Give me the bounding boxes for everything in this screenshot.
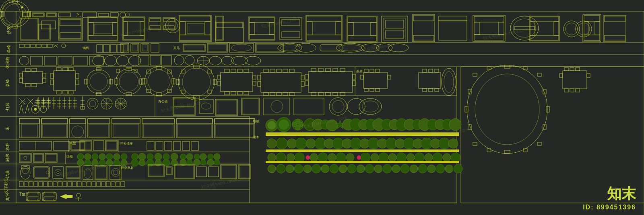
brand-name: 知末 xyxy=(583,184,636,204)
svg-point-541 xyxy=(418,164,427,173)
sub-label-appliances: 电器 xyxy=(70,142,76,145)
svg-point-595 xyxy=(155,160,161,166)
svg-point-603 xyxy=(214,154,220,160)
svg-point-587 xyxy=(138,153,146,160)
svg-point-584 xyxy=(114,160,120,166)
svg-text:衣柜: 衣柜 xyxy=(5,143,10,151)
svg-point-454 xyxy=(292,122,297,127)
svg-point-519 xyxy=(425,154,433,162)
svg-point-572 xyxy=(77,154,84,160)
sub-label-office-desk: 办公桌 xyxy=(158,100,168,103)
svg-point-515 xyxy=(388,154,396,162)
svg-point-580 xyxy=(85,160,91,166)
svg-point-579 xyxy=(77,160,84,166)
svg-point-524 xyxy=(268,165,276,173)
svg-point-542 xyxy=(427,165,436,173)
svg-text:单椅: 单椅 xyxy=(6,45,11,53)
label-tte: Tte xyxy=(19,192,25,197)
svg-point-483 xyxy=(306,139,316,148)
svg-point-450 xyxy=(279,120,289,129)
svg-point-480 xyxy=(276,138,287,149)
svg-point-605 xyxy=(187,160,192,165)
svg-point-505 xyxy=(306,156,310,160)
svg-point-598 xyxy=(180,154,186,160)
svg-point-608 xyxy=(207,159,214,166)
svg-rect-500 xyxy=(266,149,459,152)
svg-point-592 xyxy=(131,159,138,166)
svg-point-506 xyxy=(310,154,318,162)
svg-point-578 xyxy=(121,154,127,160)
svg-point-573 xyxy=(85,154,91,160)
svg-point-585 xyxy=(121,160,127,166)
svg-rect-678 xyxy=(66,195,72,198)
svg-text:文字标注: 文字标注 xyxy=(4,178,8,194)
svg-point-530 xyxy=(321,165,329,173)
svg-text:休闲椅: 休闲椅 xyxy=(5,57,10,69)
svg-point-531 xyxy=(330,164,339,173)
svg-point-535 xyxy=(365,164,374,173)
svg-point-575 xyxy=(99,154,105,160)
svg-rect-523 xyxy=(266,161,459,163)
sub-label-gym: 健身器材 xyxy=(121,166,134,170)
svg-point-448 xyxy=(268,121,276,129)
svg-point-583 xyxy=(106,160,113,166)
svg-point-540 xyxy=(410,165,418,173)
svg-point-602 xyxy=(208,154,213,160)
svg-point-525 xyxy=(277,164,285,173)
svg-point-533 xyxy=(347,164,356,173)
svg-point-481 xyxy=(287,139,297,148)
sub-label-switches: 开关插座 xyxy=(120,142,133,145)
svg-point-538 xyxy=(392,165,400,173)
svg-point-513 xyxy=(371,154,379,162)
sub-label-plants: 植被 xyxy=(253,119,259,123)
sub-label-green-plants: 绿植 xyxy=(66,155,73,158)
brand-id: ID: 899451396 xyxy=(583,204,636,211)
cad-drawing: .cad { stroke: #c8d840; stroke-width: 0.… xyxy=(0,0,644,215)
svg-point-479 xyxy=(267,139,277,148)
svg-point-521 xyxy=(443,154,451,162)
svg-point-577 xyxy=(114,154,120,160)
svg-point-536 xyxy=(374,165,382,173)
svg-point-545 xyxy=(454,164,462,173)
svg-point-482 xyxy=(295,138,307,149)
sub-label-steel-chair: 钢椅 xyxy=(82,46,89,50)
svg-point-508 xyxy=(328,154,336,162)
svg-point-537 xyxy=(383,164,392,173)
svg-text:洁具: 洁具 xyxy=(5,170,10,178)
svg-point-534 xyxy=(357,165,365,173)
svg-point-544 xyxy=(445,165,453,173)
svg-text:其它: 其它 xyxy=(5,193,10,201)
svg-point-599 xyxy=(186,154,193,160)
svg-text:厨房: 厨房 xyxy=(5,154,10,162)
svg-point-527 xyxy=(294,164,303,173)
sub-label-shrubs: 灌木 xyxy=(253,135,259,139)
main-container: 知末网www.zimo.com 知末网www.zimo.com 知末网www.z… xyxy=(0,0,644,215)
svg-point-528 xyxy=(303,165,312,173)
svg-text:桌椅: 桌椅 xyxy=(5,79,10,87)
svg-point-529 xyxy=(312,164,321,173)
svg-point-589 xyxy=(155,153,162,160)
svg-point-591 xyxy=(171,153,178,160)
svg-point-600 xyxy=(194,154,200,160)
svg-point-594 xyxy=(147,159,154,166)
svg-point-607 xyxy=(200,160,206,165)
sub-label-tea-table: 茶几 xyxy=(173,46,180,50)
svg-point-422 xyxy=(34,108,37,111)
svg-point-593 xyxy=(139,160,145,166)
svg-point-526 xyxy=(286,165,294,173)
svg-point-503 xyxy=(287,154,295,162)
svg-point-574 xyxy=(92,154,98,160)
svg-point-609 xyxy=(214,160,220,165)
svg-point-596 xyxy=(163,159,170,166)
svg-point-499 xyxy=(448,139,458,148)
svg-point-576 xyxy=(106,154,113,160)
svg-point-539 xyxy=(400,164,409,173)
svg-text:床: 床 xyxy=(5,127,10,131)
svg-text:灯具: 灯具 xyxy=(5,102,10,111)
svg-point-501 xyxy=(268,154,276,162)
svg-point-532 xyxy=(339,165,347,173)
svg-point-517 xyxy=(407,154,415,162)
svg-point-601 xyxy=(200,154,206,160)
sub-label-tea-desk: 茶桌 xyxy=(356,70,363,73)
svg-point-510 xyxy=(346,154,354,162)
